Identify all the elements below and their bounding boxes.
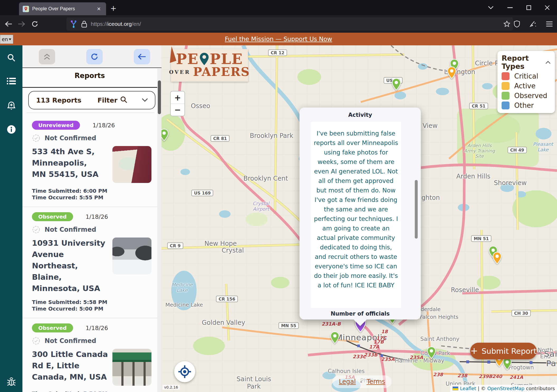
tab-close-icon[interactable]: ✕: [95, 6, 102, 12]
zoom-out-button[interactable]: −: [171, 104, 184, 116]
legend-label: Observed: [514, 92, 547, 100]
maximize-icon[interactable]: [526, 5, 531, 10]
separator: -: [360, 378, 362, 385]
report-address: 10931 University Avenue Northeast, Blain…: [32, 238, 109, 294]
exit-number-label: 240: [492, 374, 502, 379]
time-submitted: Time Submitted: 6:00 PM: [32, 188, 151, 194]
reports-filter-bar[interactable]: 113 Reports Filter: [28, 91, 155, 109]
debug-icon[interactable]: [0, 377, 22, 386]
forward-icon[interactable]: [17, 19, 26, 29]
menu-icon[interactable]: [546, 21, 553, 27]
popup-scrollbar-thumb[interactable]: [415, 180, 418, 239]
report-card[interactable]: Observed 1/18/26 Not Confirmed 300 Littl…: [22, 318, 157, 392]
map-marker[interactable]: [502, 357, 512, 371]
info-icon[interactable]: [0, 125, 22, 134]
legend-label: Critical: [514, 72, 538, 80]
legend-label: Active: [514, 82, 535, 90]
report-popup: Activity I've been submitting false repo…: [299, 108, 421, 320]
map-place-label: Arden Hills: [456, 173, 490, 180]
add-alert-icon[interactable]: [0, 101, 22, 111]
logo-text: PLE: [210, 52, 243, 66]
search-icon[interactable]: [120, 96, 127, 104]
bookmark-star-icon[interactable]: [503, 21, 510, 27]
chevron-down-icon: [9, 38, 11, 40]
report-card[interactable]: Observed 1/18/26 Not Confirmed 10931 Uni…: [22, 207, 157, 318]
scrollbar-thumb[interactable]: [158, 80, 161, 114]
exit-number-label: 239B: [479, 374, 492, 379]
status-badge: Observed: [32, 212, 73, 221]
report-card[interactable]: Unreviewed 1/18/26 Not Confirmed 533 4th…: [22, 115, 157, 207]
browser-tab[interactable]: People Over Papers ✕: [19, 2, 106, 15]
map-place-label: Roseville: [451, 286, 479, 294]
panel-back-button[interactable]: [134, 49, 150, 64]
time-submitted: Time Submitted: 5:54 PM: [32, 390, 151, 392]
legal-link[interactable]: Legal: [339, 378, 356, 385]
report-photo[interactable]: [112, 238, 151, 274]
map-place-label: Calhoun Isles: [328, 368, 365, 374]
url-text: https://iceout.org/en/: [91, 21, 141, 27]
refresh-reports-button[interactable]: [86, 49, 103, 64]
locate-me-button[interactable]: [174, 361, 195, 382]
map-marker[interactable]: [330, 331, 340, 345]
search-icon[interactable]: [0, 53, 22, 62]
report-date: 1/18/26: [86, 214, 108, 220]
exit-number-label: 238: [433, 372, 443, 377]
separator: |: [478, 386, 479, 391]
exit-number-label: 231A-B: [322, 321, 341, 327]
panel-scrollbar[interactable]: [157, 69, 161, 392]
donation-link[interactable]: Fuel the Mission — Support Us Now: [225, 36, 332, 42]
legend-swatch: [502, 92, 510, 100]
map-marker[interactable]: [392, 78, 401, 92]
zoom-in-button[interactable]: +: [171, 91, 184, 104]
osm-link[interactable]: OpenStreetMap: [487, 386, 525, 391]
refresh-icon: [91, 53, 98, 61]
map-place-label: Osseo: [191, 102, 210, 110]
exit-number-label: 238: [457, 373, 467, 378]
attribution-suffix: contributors: [526, 386, 555, 391]
divider: [27, 113, 154, 113]
logo-text: OVER: [169, 69, 191, 75]
map-marker[interactable]: [161, 129, 169, 142]
browser-titlebar: People Over Papers ✕ +: [0, 0, 557, 15]
submit-report-button[interactable]: + Submit Report: [470, 343, 537, 359]
minimize-icon[interactable]: [507, 7, 513, 8]
verification-seal-icon: [32, 225, 40, 234]
exit-number-label: 18: [381, 329, 388, 334]
time-occurred: Time Occurred: 5:00 PM: [32, 306, 151, 312]
leaflet-link[interactable]: Leaflet: [460, 386, 476, 391]
map-place-label: Shoreview: [494, 179, 527, 187]
new-tab-button[interactable]: +: [110, 5, 116, 12]
extension-icon[interactable]: [70, 20, 77, 28]
chevron-down-icon[interactable]: [142, 98, 148, 103]
shield-icon[interactable]: [514, 20, 520, 28]
status-badge: Observed: [32, 323, 73, 332]
panel-header: [22, 45, 161, 68]
close-icon[interactable]: [545, 5, 550, 10]
map-place-label: Saint Anthony: [420, 336, 459, 342]
exit-number-label: 17C: [376, 335, 386, 341]
tab-list-chevron-icon[interactable]: [488, 6, 494, 9]
road-shield: CR 81: [211, 135, 230, 142]
map-place-label: Arden Hills Army Training Site: [464, 143, 495, 159]
donation-banner: Fuel the Mission — Support Us Now: [0, 33, 557, 45]
terms-link[interactable]: Terms: [366, 378, 385, 385]
collapse-panel-button[interactable]: [39, 49, 55, 64]
clear-data-icon[interactable]: [529, 20, 537, 28]
map-pin-icon: [199, 52, 209, 66]
map-canvas[interactable]: OsseoBrooklyn ParkBrooklyn CentLexington…: [161, 45, 557, 392]
map-marker[interactable]: [427, 346, 436, 360]
chevron-up-icon[interactable]: [545, 60, 551, 64]
report-photo[interactable]: [112, 349, 151, 386]
map-place-label: Crystal: [222, 247, 244, 254]
report-photo[interactable]: [112, 146, 151, 183]
map-marker[interactable]: [492, 252, 502, 265]
reports-list-icon[interactable]: [0, 78, 22, 85]
back-icon[interactable]: [4, 19, 13, 29]
map-place-label: Golden Valley: [202, 319, 245, 326]
url-bar[interactable]: https://iceout.org/en/: [66, 17, 513, 31]
language-selector[interactable]: en: [0, 35, 13, 44]
reload-icon[interactable]: [30, 19, 40, 29]
map-place-label: Saint Paul: [544, 349, 557, 368]
legal-terms-bar: Legal - Terms: [332, 375, 392, 388]
map-marker[interactable]: [447, 66, 456, 80]
